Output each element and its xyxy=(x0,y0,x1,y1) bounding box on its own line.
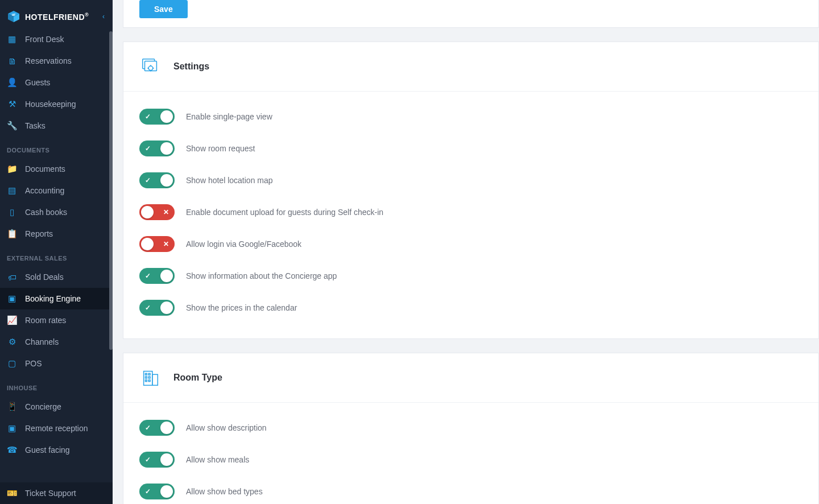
sidebar-item-label: Room rates xyxy=(25,316,66,325)
svg-text:HF: HF xyxy=(12,13,16,16)
sidebar-item-guest-facing[interactable]: ☎ Guest facing xyxy=(0,439,113,461)
sidebar-item-booking-engine[interactable]: ▣ Booking Engine xyxy=(0,288,113,309)
book-icon: ▯ xyxy=(7,207,17,217)
toggle-row: ✓Allow show bed types xyxy=(139,476,803,504)
settings-card-header: Settings xyxy=(123,42,818,92)
sidebar-item-label: Reservations xyxy=(25,56,72,65)
sidebar-section-documents: DOCUMENTS xyxy=(0,137,113,158)
svg-rect-12 xyxy=(148,377,150,378)
check-icon: ✓ xyxy=(145,304,151,312)
save-button[interactable]: Save xyxy=(139,0,188,18)
toggle-knob xyxy=(160,422,173,434)
sidebar-item-concierge[interactable]: 📱 Concierge xyxy=(0,396,113,418)
svg-rect-11 xyxy=(145,377,147,378)
toggle-row: ✕Allow login via Google/Facebook xyxy=(139,228,803,260)
sidebar-item-label: Cash books xyxy=(25,208,67,217)
toggle-knob xyxy=(160,142,173,155)
sidebar-item-label: Accounting xyxy=(25,186,64,195)
sidebar-body: ▦ Front Desk 🗎 Reservations 👤 Guests ⚒ H… xyxy=(0,33,113,482)
cleaning-icon: ⚒ xyxy=(7,99,17,109)
roomtype-card-title: Room Type xyxy=(173,373,222,383)
toggle-switch[interactable]: ✓ xyxy=(139,484,175,499)
folder-icon: 📁 xyxy=(7,164,17,174)
toggle-row: ✓Allow show description xyxy=(139,412,803,444)
sidebar-section-external: EXTERNAL SALES xyxy=(0,245,113,266)
main-content: Save Settings ✓Enable single-page view✓S… xyxy=(113,0,819,504)
save-bar: Save xyxy=(123,0,819,28)
logo-cube-icon: HF xyxy=(7,10,20,23)
toggle-knob xyxy=(160,270,173,282)
toggle-switch[interactable]: ✓ xyxy=(139,452,175,468)
svg-rect-8 xyxy=(152,374,158,385)
toggle-row: ✓Show the prices in the calendar xyxy=(139,292,803,324)
sidebar-item-label: Reports xyxy=(25,229,53,238)
toggle-knob xyxy=(141,206,154,218)
toggle-switch[interactable]: ✓ xyxy=(139,172,175,188)
sidebar-footer: 🎫 Ticket Support xyxy=(0,482,113,504)
sidebar-item-label: POS xyxy=(25,359,42,368)
brand-name: HOTELFRIEND® xyxy=(25,12,89,22)
settings-card-body: ✓Enable single-page view✓Show room reque… xyxy=(123,92,818,338)
toggle-switch[interactable]: ✓ xyxy=(139,420,175,436)
toggle-knob xyxy=(160,301,173,314)
toggle-switch[interactable]: ✓ xyxy=(139,300,175,316)
sidebar-item-tasks[interactable]: 🔧 Tasks xyxy=(0,115,113,137)
toggle-knob xyxy=(160,453,173,466)
sidebar-item-guests[interactable]: 👤 Guests xyxy=(0,72,113,93)
toggle-switch[interactable]: ✕ xyxy=(139,236,175,252)
grid-icon: ▤ xyxy=(7,185,17,196)
toggle-row: ✓Show hotel location map xyxy=(139,164,803,196)
toggle-knob xyxy=(141,238,154,250)
roomtype-card-header: Room Type xyxy=(123,353,818,403)
toggle-knob xyxy=(160,485,173,498)
sidebar-item-channels[interactable]: ⚙ Channels xyxy=(0,331,113,353)
sidebar-item-accounting[interactable]: ▤ Accounting xyxy=(0,180,113,201)
ticket-icon: 🎫 xyxy=(7,488,17,498)
toggle-label: Enable document upload for guests during… xyxy=(186,208,383,217)
document-icon: 🗎 xyxy=(7,56,17,66)
sidebar-item-cash-books[interactable]: ▯ Cash books xyxy=(0,201,113,223)
sidebar-section-inhouse: INHOUSE xyxy=(0,374,113,396)
sidebar-item-ticket-support[interactable]: 🎫 Ticket Support xyxy=(0,482,113,504)
sidebar-item-reports[interactable]: 📋 Reports xyxy=(0,223,113,245)
roomtype-card-body: ✓Allow show description✓Allow show meals… xyxy=(123,403,818,504)
toggle-switch[interactable]: ✓ xyxy=(139,141,175,156)
toggle-label: Show the prices in the calendar xyxy=(186,303,297,312)
sidebar-scrollbar[interactable] xyxy=(109,31,113,350)
sidebar-item-remote-reception[interactable]: ▣ Remote reception xyxy=(0,418,113,439)
wrench-icon: 🔧 xyxy=(7,121,17,131)
sidebar-collapse-icon[interactable]: ‹ xyxy=(102,13,105,20)
clipboard-icon: 📋 xyxy=(7,229,17,239)
check-icon: ✓ xyxy=(145,144,151,152)
toggle-label: Allow login via Google/Facebook xyxy=(186,239,301,249)
sidebar-item-room-rates[interactable]: 📈 Room rates xyxy=(0,309,113,331)
sidebar-item-label: Remote reception xyxy=(25,424,88,433)
toggle-switch[interactable]: ✕ xyxy=(139,204,175,220)
toggle-row: ✓Show room request xyxy=(139,133,803,164)
sidebar-item-label: Documents xyxy=(25,164,65,173)
toggle-switch[interactable]: ✓ xyxy=(139,268,175,284)
toggle-label: Show information about the Concierge app xyxy=(186,271,337,280)
reception-icon: ▣ xyxy=(7,423,17,433)
sidebar-item-label: Guests xyxy=(25,78,50,87)
sidebar-item-label: Booking Engine xyxy=(25,294,81,303)
sidebar-item-front-desk[interactable]: ▦ Front Desk xyxy=(0,33,113,50)
sidebar-item-label: Sold Deals xyxy=(25,272,64,282)
sidebar-item-housekeeping[interactable]: ⚒ Housekeeping xyxy=(0,93,113,115)
sidebar-item-label: Guest facing xyxy=(25,445,70,455)
settings-card-title: Settings xyxy=(173,61,209,72)
sidebar-item-label: Housekeeping xyxy=(25,100,76,109)
roomtype-section-icon xyxy=(139,367,161,389)
check-icon: ✓ xyxy=(145,176,151,184)
toggle-knob xyxy=(160,110,173,123)
toggle-switch[interactable]: ✓ xyxy=(139,109,175,125)
person-icon: 👤 xyxy=(7,77,17,88)
sidebar-item-documents[interactable]: 📁 Documents xyxy=(0,158,113,180)
sidebar-item-reservations[interactable]: 🗎 Reservations xyxy=(0,50,113,72)
toggle-row: ✓Show information about the Concierge ap… xyxy=(139,260,803,292)
check-icon: ✓ xyxy=(145,424,151,432)
sidebar-item-sold-deals[interactable]: 🏷 Sold Deals xyxy=(0,266,113,288)
toggle-row: ✓Allow show meals xyxy=(139,444,803,476)
toggle-label: Show hotel location map xyxy=(186,176,273,185)
sidebar-item-pos[interactable]: ▢ POS xyxy=(0,353,113,374)
